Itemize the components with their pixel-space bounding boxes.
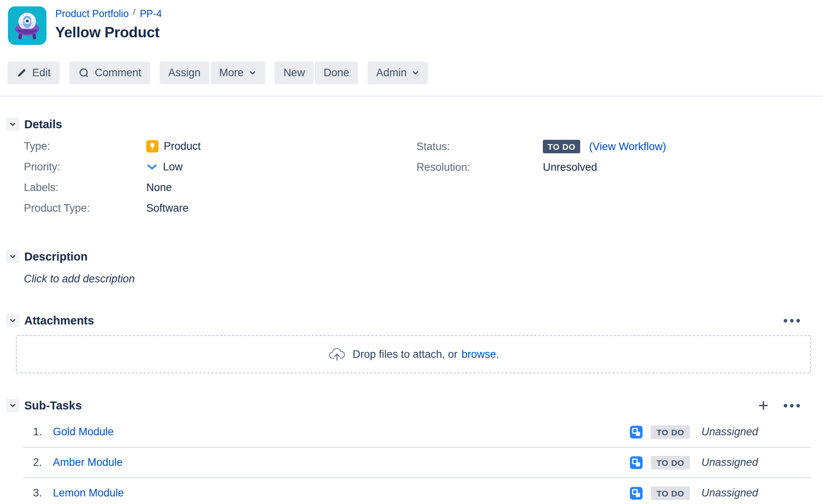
description-section-header: Description bbox=[6, 250, 811, 263]
done-button[interactable]: Done bbox=[315, 62, 358, 84]
comment-button-label: Comment bbox=[95, 67, 141, 79]
issue-header: Product Portfolio/PP-4 Yellow Product bbox=[0, 0, 823, 45]
labels-value: None bbox=[146, 182, 172, 194]
priority-low-icon bbox=[146, 163, 158, 171]
edit-button[interactable]: Edit bbox=[8, 62, 60, 84]
details-section-header: Details bbox=[6, 118, 811, 131]
plus-icon bbox=[758, 400, 769, 411]
project-avatar[interactable] bbox=[8, 6, 46, 45]
subtasks-section-title: Sub-Tasks bbox=[24, 399, 82, 412]
details-left-column: Type: Product Priority: Lo bbox=[24, 140, 416, 222]
new-button[interactable]: New bbox=[275, 62, 314, 84]
subtask-row: 2. Amber Module TO DO Unassigned bbox=[23, 448, 811, 478]
subtask-row-meta: TO DO Unassigned bbox=[630, 456, 811, 469]
status-label: Status: bbox=[416, 141, 543, 153]
subtask-status-badge: TO DO bbox=[651, 487, 690, 500]
subtask-number: 2. bbox=[33, 456, 47, 469]
attachments-dropzone[interactable]: Drop files to attach, or browse. bbox=[16, 335, 811, 373]
more-button[interactable]: More bbox=[211, 62, 265, 84]
subtask-status-badge: TO DO bbox=[651, 425, 690, 439]
attachments-section-title: Attachments bbox=[24, 314, 94, 327]
attachments-section-header: Attachments bbox=[6, 314, 811, 327]
comment-group: Comment bbox=[69, 62, 150, 84]
labels-label: Labels: bbox=[24, 182, 146, 194]
workflow-group: New Done bbox=[275, 62, 358, 84]
field-labels: Labels: None bbox=[24, 181, 416, 194]
subtask-number: 3. bbox=[33, 487, 47, 499]
subtask-link[interactable]: Gold Module bbox=[53, 426, 114, 438]
admin-button-label: Admin bbox=[376, 67, 407, 79]
resolution-value: Unresolved bbox=[543, 161, 597, 174]
subtask-number: 1. bbox=[33, 426, 47, 438]
chevron-down-icon bbox=[412, 69, 419, 77]
priority-value-text: Low bbox=[163, 161, 183, 173]
description-collapse-button[interactable] bbox=[6, 250, 19, 263]
product-type-value: Software bbox=[146, 202, 189, 214]
new-button-label: New bbox=[283, 67, 305, 79]
field-resolution: Resolution: Unresolved bbox=[416, 161, 811, 174]
ellipsis-icon bbox=[784, 404, 800, 407]
browse-link[interactable]: browse. bbox=[461, 348, 499, 361]
admin-button[interactable]: Admin bbox=[368, 62, 428, 84]
cloud-upload-icon bbox=[328, 347, 346, 362]
description-placeholder[interactable]: Click to add description bbox=[24, 273, 823, 285]
done-button-label: Done bbox=[323, 67, 349, 79]
chevron-down-icon bbox=[9, 402, 17, 409]
dropzone-text: Drop files to attach, or bbox=[352, 348, 457, 361]
details-right-column: Status: TO DO (View Workflow) Resolution… bbox=[416, 140, 811, 222]
subtask-status-badge: TO DO bbox=[651, 456, 690, 469]
subtasks-more-options-button[interactable] bbox=[784, 404, 800, 407]
subtask-link[interactable]: Lemon Module bbox=[53, 487, 124, 499]
attachments-more-options-button[interactable] bbox=[784, 319, 800, 322]
subtask-row: 1. Gold Module TO DO Unassigned bbox=[23, 417, 811, 448]
subtask-list: 1. Gold Module TO DO Unassigned 2. Amber… bbox=[23, 417, 811, 504]
toolbar: Edit Comment Assign More New Done bbox=[8, 62, 823, 84]
speech-bubble-icon bbox=[78, 67, 90, 79]
ufo-avatar-icon bbox=[8, 6, 46, 45]
chevron-down-icon bbox=[9, 120, 17, 128]
add-subtask-button[interactable] bbox=[758, 400, 769, 411]
description-section-title: Description bbox=[24, 250, 88, 263]
resolution-label: Resolution: bbox=[416, 161, 543, 174]
field-status: Status: TO DO (View Workflow) bbox=[416, 140, 811, 153]
type-value: Product bbox=[146, 140, 201, 153]
subtask-link[interactable]: Amber Module bbox=[53, 456, 123, 469]
chevron-down-icon bbox=[249, 69, 256, 77]
chevron-down-icon bbox=[9, 253, 17, 261]
field-product-type: Product Type: Software bbox=[24, 202, 416, 215]
assign-button-label: Assign bbox=[168, 67, 201, 79]
details-collapse-button[interactable] bbox=[6, 118, 19, 131]
product-lightbulb-icon bbox=[146, 140, 159, 153]
admin-group: Admin bbox=[368, 62, 428, 84]
subtask-assignee: Unassigned bbox=[701, 456, 811, 469]
status-badge: TO DO bbox=[543, 140, 580, 153]
attachments-collapse-button[interactable] bbox=[6, 314, 19, 327]
breadcrumb-issue-link[interactable]: PP-4 bbox=[140, 8, 162, 19]
subtask-icon bbox=[630, 426, 643, 438]
breadcrumb-project-link[interactable]: Product Portfolio bbox=[55, 8, 129, 19]
assign-button[interactable]: Assign bbox=[160, 62, 209, 84]
subtask-row-meta: TO DO Unassigned bbox=[630, 425, 811, 439]
type-value-text: Product bbox=[164, 140, 201, 153]
ellipsis-icon bbox=[784, 319, 800, 322]
subtask-icon bbox=[630, 487, 643, 500]
page-title: Yellow Product bbox=[55, 24, 162, 41]
type-label: Type: bbox=[24, 140, 146, 153]
comment-button[interactable]: Comment bbox=[69, 62, 150, 84]
subtasks-section-header: Sub-Tasks bbox=[6, 399, 811, 412]
breadcrumb-separator: / bbox=[133, 7, 136, 16]
subtask-row-meta: TO DO Unassigned bbox=[630, 487, 811, 500]
status-value: TO DO (View Workflow) bbox=[543, 140, 666, 153]
more-button-label: More bbox=[219, 67, 244, 79]
field-type: Type: Product bbox=[24, 140, 416, 153]
subtasks-collapse-button[interactable] bbox=[6, 399, 19, 412]
view-workflow-link[interactable]: (View Workflow) bbox=[589, 141, 666, 153]
subtask-icon bbox=[630, 456, 643, 469]
field-priority: Priority: Low bbox=[24, 160, 416, 174]
subtask-assignee: Unassigned bbox=[701, 487, 811, 499]
priority-value: Low bbox=[146, 161, 183, 173]
pencil-icon bbox=[16, 68, 27, 78]
breadcrumb: Product Portfolio/PP-4 bbox=[55, 6, 162, 20]
priority-label: Priority: bbox=[24, 161, 146, 173]
edit-button-label: Edit bbox=[32, 67, 51, 79]
